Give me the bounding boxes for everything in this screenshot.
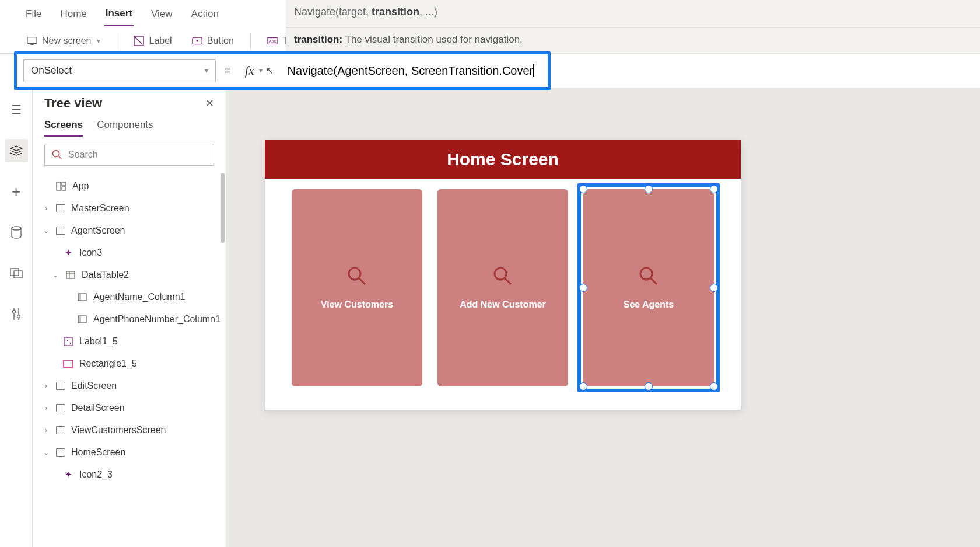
- tree-view-panel: Tree view ✕ Screens Components Search Ap…: [33, 88, 226, 547]
- svg-line-34: [651, 278, 657, 284]
- insert-button[interactable]: +: [5, 180, 28, 203]
- tree-agentphone-col[interactable]: AgentPhoneNumber_Column1: [37, 308, 221, 330]
- formula-signature-bar: Navigate(target, transition, ...): [286, 0, 980, 28]
- tree-agentscreen[interactable]: ⌄ AgentScreen: [37, 220, 221, 242]
- separator: [250, 33, 251, 49]
- label-icon: [134, 36, 144, 46]
- screen-icon: [56, 382, 65, 390]
- tree-detailscreen[interactable]: › DetailScreen: [37, 397, 221, 419]
- menu-insert[interactable]: Insert: [104, 2, 134, 26]
- search-icon: [492, 266, 513, 287]
- caret-right-icon[interactable]: ›: [42, 382, 50, 390]
- sig-args-b: , ...): [419, 6, 438, 18]
- svg-rect-9: [14, 271, 22, 278]
- chevron-down-icon: ▾: [205, 67, 208, 75]
- tree-app[interactable]: App: [37, 175, 221, 197]
- rectangle-icon: [63, 359, 74, 368]
- caret-down-icon[interactable]: ⌄: [51, 271, 60, 279]
- menu-home[interactable]: Home: [59, 2, 88, 26]
- caret-right-icon[interactable]: ›: [42, 204, 50, 212]
- text-cursor: [533, 64, 534, 77]
- tree-rectangle15[interactable]: Rectangle1_5: [37, 353, 221, 375]
- tab-components[interactable]: Components: [97, 119, 153, 137]
- new-screen-button[interactable]: New screen ▾: [23, 33, 104, 48]
- tree-label: DetailScreen: [71, 403, 125, 413]
- caret-right-icon[interactable]: ›: [42, 404, 50, 412]
- property-selector[interactable]: OnSelect ▾: [23, 59, 216, 82]
- tree-homescreen[interactable]: ⌄ HomeScreen: [37, 441, 221, 464]
- caret-right-icon[interactable]: ›: [42, 426, 50, 434]
- tree-label: MasterScreen: [71, 203, 130, 214]
- svg-point-14: [53, 151, 60, 157]
- separator: [117, 33, 117, 49]
- formula-bar: OnSelect ▾ = fx ▾ ↖ Navigate(AgentScreen…: [0, 54, 980, 88]
- button-icon: [192, 36, 202, 46]
- card-add-customer[interactable]: Add New Customer: [438, 189, 568, 386]
- tree-masterscreen[interactable]: › MasterScreen: [37, 197, 221, 220]
- textbox-icon: Abc: [267, 36, 278, 46]
- tree-icon23[interactable]: ✦ Icon2_3: [37, 464, 221, 486]
- caret-down-icon[interactable]: ⌄: [42, 227, 50, 235]
- tree-label: AgentScreen: [71, 225, 125, 236]
- tree-label15[interactable]: Label1_5: [37, 330, 221, 353]
- icon-control-icon: ✦: [63, 248, 74, 257]
- svg-point-4: [196, 40, 198, 41]
- tree-label: HomeScreen: [71, 447, 125, 458]
- advanced-tools-button[interactable]: [5, 302, 28, 326]
- desc-text: The visual transition used for navigatio…: [342, 34, 523, 45]
- label-button[interactable]: Label: [130, 33, 175, 48]
- caret-down-icon[interactable]: ⌄: [42, 448, 50, 457]
- tab-screens[interactable]: Screens: [44, 119, 83, 137]
- tree-label: ViewCustomersScreen: [71, 425, 166, 435]
- hamburger-button[interactable]: ☰: [5, 98, 28, 121]
- card-see-agents[interactable]: See Agents: [583, 189, 714, 386]
- button-button[interactable]: Button: [188, 33, 237, 48]
- main-area: ☰ + Tree view ✕ Screens Components: [0, 88, 980, 547]
- tree-icon3[interactable]: ✦ Icon3: [37, 242, 221, 264]
- scrollbar[interactable]: [221, 173, 225, 243]
- desc-strong: transition:: [294, 34, 342, 45]
- media-button[interactable]: [5, 262, 28, 285]
- formula-input[interactable]: Navigate(AgentScreen, ScreenTransition.C…: [288, 64, 973, 78]
- tree-viewcustomersscreen[interactable]: › ViewCustomersScreen: [37, 419, 221, 441]
- screen-header[interactable]: Home Screen: [265, 140, 741, 179]
- menu-action[interactable]: Action: [190, 2, 220, 26]
- tree-tabs: Screens Components: [33, 116, 226, 137]
- search-icon: [52, 149, 62, 160]
- svg-line-27: [65, 339, 71, 344]
- canvas[interactable]: Home Screen View Customers Add New Custo…: [226, 88, 980, 547]
- menu-file[interactable]: File: [24, 2, 43, 26]
- tree-datatable2[interactable]: ⌄ DataTable2: [37, 264, 221, 286]
- fx-button[interactable]: fx ▾ ↖: [239, 59, 279, 82]
- equals-sign: =: [224, 64, 231, 78]
- svg-rect-25: [78, 316, 81, 323]
- card-row: View Customers Add New Customer See Agen…: [265, 179, 741, 410]
- tree-list: App › MasterScreen ⌄ AgentScreen ✦ Icon3…: [33, 173, 226, 488]
- menu-view[interactable]: View: [150, 2, 174, 26]
- label-text: Label: [149, 36, 172, 46]
- data-button[interactable]: [5, 221, 28, 244]
- svg-rect-16: [57, 182, 61, 190]
- svg-point-33: [640, 268, 652, 280]
- svg-point-12: [12, 311, 15, 313]
- tree-agentname-col[interactable]: AgentName_Column1: [37, 286, 221, 308]
- svg-line-32: [505, 278, 511, 284]
- screen-icon: [27, 36, 37, 46]
- tree-header: Tree view ✕: [33, 88, 226, 116]
- svg-rect-17: [62, 182, 66, 186]
- card-view-customers[interactable]: View Customers: [292, 189, 422, 386]
- button-text: Button: [207, 36, 234, 46]
- search-input[interactable]: Search: [44, 144, 214, 166]
- search-placeholder: Search: [68, 149, 98, 160]
- tree-title: Tree view: [44, 96, 102, 111]
- card-see-agents-wrapper: See Agents: [583, 189, 714, 386]
- formula-description-bar: transition: The visual transition used f…: [286, 28, 980, 54]
- tree-label: AgentPhoneNumber_Column1: [93, 314, 220, 325]
- tree-view-button[interactable]: [5, 139, 28, 162]
- home-screen-preview[interactable]: Home Screen View Customers Add New Custo…: [265, 140, 741, 410]
- tree-editscreen[interactable]: › EditScreen: [37, 375, 221, 397]
- svg-rect-23: [78, 294, 81, 301]
- new-screen-label: New screen: [42, 36, 91, 46]
- close-icon[interactable]: ✕: [205, 97, 214, 110]
- tree-label: Icon3: [79, 248, 102, 258]
